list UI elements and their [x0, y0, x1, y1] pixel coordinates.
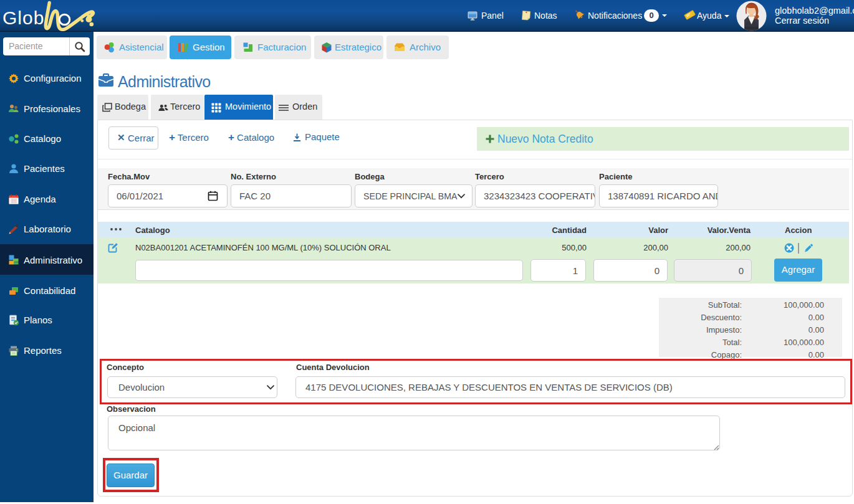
- svg-text:Glob: Glob: [2, 7, 44, 28]
